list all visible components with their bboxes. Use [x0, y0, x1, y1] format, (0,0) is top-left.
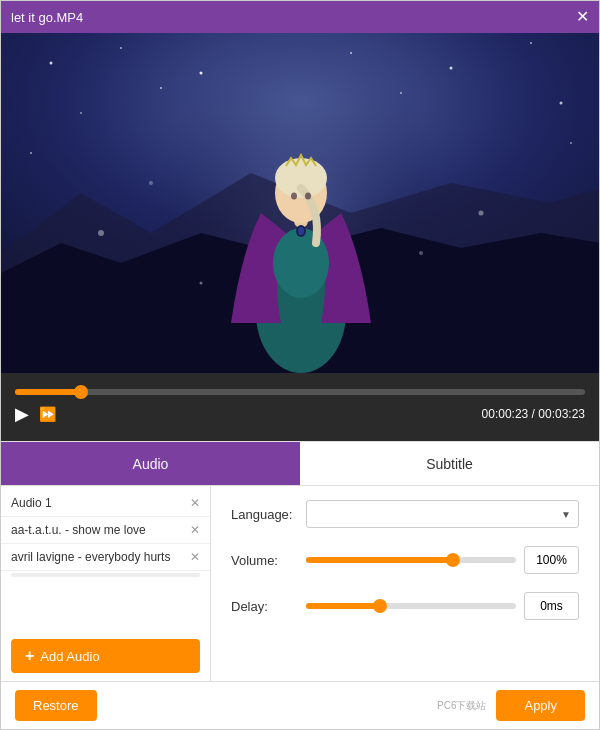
svg-point-25 — [479, 211, 484, 216]
progress-fill — [15, 389, 81, 395]
title-bar: let it go.MP4 ✕ — [1, 1, 599, 33]
apply-button[interactable]: Apply — [496, 690, 585, 721]
svg-point-11 — [570, 142, 572, 144]
scroll-indicator — [11, 573, 200, 577]
svg-point-8 — [80, 112, 82, 114]
time-current: 00:00:23 — [482, 407, 529, 421]
svg-point-27 — [200, 282, 203, 285]
tab-subtitle[interactable]: Subtitle — [300, 442, 599, 485]
tab-content: Audio 1 ✕ aa-t.a.t.u. - show me love ✕ a… — [1, 486, 599, 681]
svg-point-15 — [273, 228, 329, 298]
svg-point-20 — [305, 193, 311, 200]
video-player — [1, 33, 599, 373]
volume-input[interactable] — [524, 546, 579, 574]
svg-point-10 — [30, 152, 32, 154]
language-row: Language: ▼ — [231, 500, 579, 528]
audio-list: Audio 1 ✕ aa-t.a.t.u. - show me love ✕ a… — [1, 486, 210, 631]
svg-point-5 — [350, 52, 352, 54]
volume-label: Volume: — [231, 553, 296, 568]
tab-audio[interactable]: Audio — [1, 442, 300, 485]
fast-forward-icon: ⏩ — [39, 406, 56, 422]
audio-remove-button[interactable]: ✕ — [190, 496, 200, 510]
volume-fill — [306, 557, 453, 563]
svg-point-22 — [298, 227, 304, 235]
controls-row: ▶ ⏩ 00:00:23 / 00:03:23 — [15, 403, 585, 425]
time-separator: / — [532, 407, 535, 421]
tabs-header: Audio Subtitle — [1, 442, 599, 486]
delay-slider[interactable] — [306, 603, 516, 609]
restore-button[interactable]: Restore — [15, 690, 97, 721]
add-audio-button[interactable]: + Add Audio — [11, 639, 200, 673]
window-title: let it go.MP4 — [11, 10, 83, 25]
add-audio-label: Add Audio — [40, 649, 99, 664]
audio-item-name: Audio 1 — [11, 496, 52, 510]
volume-row: Volume: — [231, 546, 579, 574]
settings-panel: Language: ▼ Volume: — [211, 486, 599, 681]
svg-point-2 — [50, 62, 53, 65]
close-button[interactable]: ✕ — [576, 9, 589, 25]
tabs-section: Audio Subtitle Audio 1 ✕ aa-t.a.t.u. - s… — [1, 441, 599, 729]
svg-point-26 — [419, 251, 423, 255]
volume-slider[interactable] — [306, 557, 516, 563]
volume-control — [306, 546, 579, 574]
controls-bar: ▶ ⏩ 00:00:23 / 00:03:23 — [1, 373, 599, 441]
progress-thumb — [74, 385, 88, 399]
time-display: 00:00:23 / 00:03:23 — [482, 407, 585, 421]
audio-remove-button[interactable]: ✕ — [190, 550, 200, 564]
svg-point-19 — [291, 193, 297, 200]
svg-point-24 — [149, 181, 153, 185]
volume-thumb — [446, 553, 460, 567]
language-control: ▼ — [306, 500, 579, 528]
language-label: Language: — [231, 507, 296, 522]
delay-label: Delay: — [231, 599, 296, 614]
svg-point-6 — [450, 67, 453, 70]
language-select-wrapper: ▼ — [306, 500, 579, 528]
audio-remove-button[interactable]: ✕ — [190, 523, 200, 537]
delay-control — [306, 592, 579, 620]
fast-forward-button[interactable]: ⏩ — [39, 406, 56, 422]
video-content — [1, 33, 599, 373]
play-button[interactable]: ▶ — [15, 403, 29, 425]
svg-point-23 — [98, 230, 104, 236]
bottom-bar: Restore PC6下载站 Apply — [1, 681, 599, 729]
add-icon: + — [25, 647, 34, 665]
audio-item-name: avril lavigne - everybody hurts — [11, 550, 170, 564]
svg-point-12 — [160, 87, 162, 89]
svg-point-9 — [560, 102, 563, 105]
svg-point-3 — [120, 47, 122, 49]
delay-input[interactable] — [524, 592, 579, 620]
audio-item[interactable]: aa-t.a.t.u. - show me love ✕ — [1, 517, 210, 544]
play-icon: ▶ — [15, 403, 29, 425]
main-window: let it go.MP4 ✕ — [0, 0, 600, 730]
audio-panel: Audio 1 ✕ aa-t.a.t.u. - show me love ✕ a… — [1, 486, 211, 681]
svg-point-4 — [200, 72, 203, 75]
delay-thumb — [373, 599, 387, 613]
svg-point-7 — [530, 42, 532, 44]
language-select[interactable] — [306, 500, 579, 528]
controls-left: ▶ ⏩ — [15, 403, 56, 425]
delay-row: Delay: — [231, 592, 579, 620]
audio-item[interactable]: Audio 1 ✕ — [1, 490, 210, 517]
audio-item[interactable]: avril lavigne - everybody hurts ✕ — [1, 544, 210, 571]
progress-bar[interactable] — [15, 389, 585, 395]
video-frame — [1, 33, 599, 373]
delay-fill — [306, 603, 380, 609]
svg-point-13 — [400, 92, 402, 94]
watermark: PC6下载站 — [437, 699, 486, 713]
time-total: 00:03:23 — [538, 407, 585, 421]
audio-item-name: aa-t.a.t.u. - show me love — [11, 523, 146, 537]
